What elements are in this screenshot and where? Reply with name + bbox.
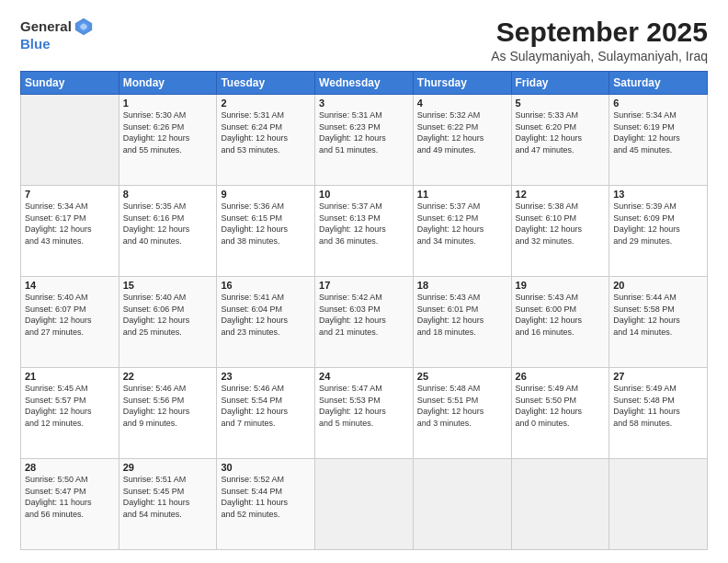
header-day-monday: Monday (119, 72, 217, 95)
cell-content: Sunrise: 5:43 AMSunset: 6:01 PMDaylight:… (417, 292, 507, 338)
calendar-cell: 22Sunrise: 5:46 AMSunset: 5:56 PMDayligh… (119, 368, 217, 459)
logo-general-text: General (20, 19, 72, 35)
logo: General Blue (20, 17, 94, 52)
day-number: 13 (613, 189, 703, 200)
cell-content: Sunrise: 5:46 AMSunset: 5:56 PMDaylight:… (123, 383, 213, 429)
cell-content: Sunrise: 5:34 AMSunset: 6:17 PMDaylight:… (25, 201, 115, 247)
cell-content: Sunrise: 5:40 AMSunset: 6:06 PMDaylight:… (123, 292, 213, 338)
day-number: 28 (25, 462, 115, 473)
calendar-cell: 26Sunrise: 5:49 AMSunset: 5:50 PMDayligh… (511, 368, 609, 459)
day-number: 30 (221, 462, 311, 473)
cell-content: Sunrise: 5:49 AMSunset: 5:48 PMDaylight:… (613, 383, 703, 429)
day-number: 18 (417, 280, 507, 291)
day-number: 2 (221, 98, 311, 109)
calendar-cell (413, 459, 511, 550)
calendar-header-row: SundayMondayTuesdayWednesdayThursdayFrid… (21, 72, 708, 95)
cell-content: Sunrise: 5:42 AMSunset: 6:03 PMDaylight:… (319, 292, 409, 338)
calendar-cell: 16Sunrise: 5:41 AMSunset: 6:04 PMDayligh… (217, 277, 315, 368)
day-number: 26 (516, 371, 606, 382)
calendar-cell: 2Sunrise: 5:31 AMSunset: 6:24 PMDaylight… (217, 95, 315, 186)
calendar-cell: 27Sunrise: 5:49 AMSunset: 5:48 PMDayligh… (609, 368, 708, 459)
header-day-sunday: Sunday (21, 72, 119, 95)
day-number: 3 (319, 98, 409, 109)
day-number: 7 (25, 189, 115, 200)
calendar-week-5: 28Sunrise: 5:50 AMSunset: 5:47 PMDayligh… (21, 459, 708, 550)
header-day-tuesday: Tuesday (217, 72, 315, 95)
cell-content: Sunrise: 5:38 AMSunset: 6:10 PMDaylight:… (516, 201, 606, 247)
day-number: 16 (221, 280, 311, 291)
calendar-cell: 29Sunrise: 5:51 AMSunset: 5:45 PMDayligh… (119, 459, 217, 550)
cell-content: Sunrise: 5:44 AMSunset: 5:58 PMDaylight:… (613, 292, 703, 338)
calendar-cell: 19Sunrise: 5:43 AMSunset: 6:00 PMDayligh… (511, 277, 609, 368)
header: General Blue September 2025 As Sulaymani… (20, 17, 708, 63)
calendar-cell: 21Sunrise: 5:45 AMSunset: 5:57 PMDayligh… (21, 368, 119, 459)
calendar-cell: 9Sunrise: 5:36 AMSunset: 6:15 PMDaylight… (217, 186, 315, 277)
day-number: 4 (417, 98, 507, 109)
page: General Blue September 2025 As Sulaymani… (0, 0, 728, 563)
header-day-friday: Friday (511, 72, 609, 95)
day-number: 25 (417, 371, 507, 382)
cell-content: Sunrise: 5:31 AMSunset: 6:23 PMDaylight:… (319, 109, 409, 155)
day-number: 8 (123, 189, 213, 200)
calendar-body: 1Sunrise: 5:30 AMSunset: 6:26 PMDaylight… (21, 95, 708, 550)
cell-content: Sunrise: 5:32 AMSunset: 6:22 PMDaylight:… (417, 109, 507, 155)
calendar-cell: 28Sunrise: 5:50 AMSunset: 5:47 PMDayligh… (21, 459, 119, 550)
calendar-cell: 24Sunrise: 5:47 AMSunset: 5:53 PMDayligh… (315, 368, 414, 459)
calendar-cell: 18Sunrise: 5:43 AMSunset: 6:01 PMDayligh… (413, 277, 511, 368)
cell-content: Sunrise: 5:46 AMSunset: 5:54 PMDaylight:… (221, 383, 311, 429)
calendar-cell: 11Sunrise: 5:37 AMSunset: 6:12 PMDayligh… (413, 186, 511, 277)
calendar-cell: 7Sunrise: 5:34 AMSunset: 6:17 PMDaylight… (21, 186, 119, 277)
day-number: 6 (613, 98, 703, 109)
calendar-cell: 6Sunrise: 5:34 AMSunset: 6:19 PMDaylight… (609, 95, 708, 186)
calendar-cell: 4Sunrise: 5:32 AMSunset: 6:22 PMDaylight… (413, 95, 511, 186)
day-number: 14 (25, 280, 115, 291)
cell-content: Sunrise: 5:48 AMSunset: 5:51 PMDaylight:… (417, 383, 507, 429)
cell-content: Sunrise: 5:35 AMSunset: 6:16 PMDaylight:… (123, 201, 213, 247)
day-number: 19 (516, 280, 606, 291)
calendar-cell: 14Sunrise: 5:40 AMSunset: 6:07 PMDayligh… (21, 277, 119, 368)
calendar-table: SundayMondayTuesdayWednesdayThursdayFrid… (20, 71, 708, 550)
cell-content: Sunrise: 5:47 AMSunset: 5:53 PMDaylight:… (319, 383, 409, 429)
cell-content: Sunrise: 5:34 AMSunset: 6:19 PMDaylight:… (613, 109, 703, 155)
cell-content: Sunrise: 5:43 AMSunset: 6:00 PMDaylight:… (516, 292, 606, 338)
calendar-cell: 1Sunrise: 5:30 AMSunset: 6:26 PMDaylight… (119, 95, 217, 186)
calendar-cell (21, 95, 119, 186)
calendar-cell (315, 459, 414, 550)
calendar-cell: 15Sunrise: 5:40 AMSunset: 6:06 PMDayligh… (119, 277, 217, 368)
calendar-cell: 23Sunrise: 5:46 AMSunset: 5:54 PMDayligh… (217, 368, 315, 459)
title-block: September 2025 As Sulaymaniyah, Sulayman… (491, 17, 708, 63)
cell-content: Sunrise: 5:41 AMSunset: 6:04 PMDaylight:… (221, 292, 311, 338)
calendar-week-4: 21Sunrise: 5:45 AMSunset: 5:57 PMDayligh… (21, 368, 708, 459)
cell-content: Sunrise: 5:40 AMSunset: 6:07 PMDaylight:… (25, 292, 115, 338)
calendar-cell: 17Sunrise: 5:42 AMSunset: 6:03 PMDayligh… (315, 277, 414, 368)
day-number: 17 (319, 280, 409, 291)
calendar-cell (609, 459, 708, 550)
day-number: 22 (123, 371, 213, 382)
calendar-cell: 13Sunrise: 5:39 AMSunset: 6:09 PMDayligh… (609, 186, 708, 277)
day-number: 21 (25, 371, 115, 382)
month-title: September 2025 (491, 17, 708, 47)
day-number: 11 (417, 189, 507, 200)
cell-content: Sunrise: 5:36 AMSunset: 6:15 PMDaylight:… (221, 201, 311, 247)
cell-content: Sunrise: 5:30 AMSunset: 6:26 PMDaylight:… (123, 109, 213, 155)
cell-content: Sunrise: 5:49 AMSunset: 5:50 PMDaylight:… (516, 383, 606, 429)
calendar-cell: 20Sunrise: 5:44 AMSunset: 5:58 PMDayligh… (609, 277, 708, 368)
day-number: 12 (516, 189, 606, 200)
cell-content: Sunrise: 5:37 AMSunset: 6:13 PMDaylight:… (319, 201, 409, 247)
calendar-cell: 10Sunrise: 5:37 AMSunset: 6:13 PMDayligh… (315, 186, 414, 277)
cell-content: Sunrise: 5:45 AMSunset: 5:57 PMDaylight:… (25, 383, 115, 429)
calendar-cell: 8Sunrise: 5:35 AMSunset: 6:16 PMDaylight… (119, 186, 217, 277)
day-number: 5 (516, 98, 606, 109)
header-day-saturday: Saturday (609, 72, 708, 95)
day-number: 24 (319, 371, 409, 382)
logo-icon (74, 17, 94, 37)
calendar-cell: 30Sunrise: 5:52 AMSunset: 5:44 PMDayligh… (217, 459, 315, 550)
calendar-week-1: 1Sunrise: 5:30 AMSunset: 6:26 PMDaylight… (21, 95, 708, 186)
day-number: 29 (123, 462, 213, 473)
logo-blue-text: Blue (20, 37, 51, 52)
cell-content: Sunrise: 5:37 AMSunset: 6:12 PMDaylight:… (417, 201, 507, 247)
day-number: 27 (613, 371, 703, 382)
calendar-cell: 5Sunrise: 5:33 AMSunset: 6:20 PMDaylight… (511, 95, 609, 186)
day-number: 20 (613, 280, 703, 291)
cell-content: Sunrise: 5:52 AMSunset: 5:44 PMDaylight:… (221, 474, 311, 520)
